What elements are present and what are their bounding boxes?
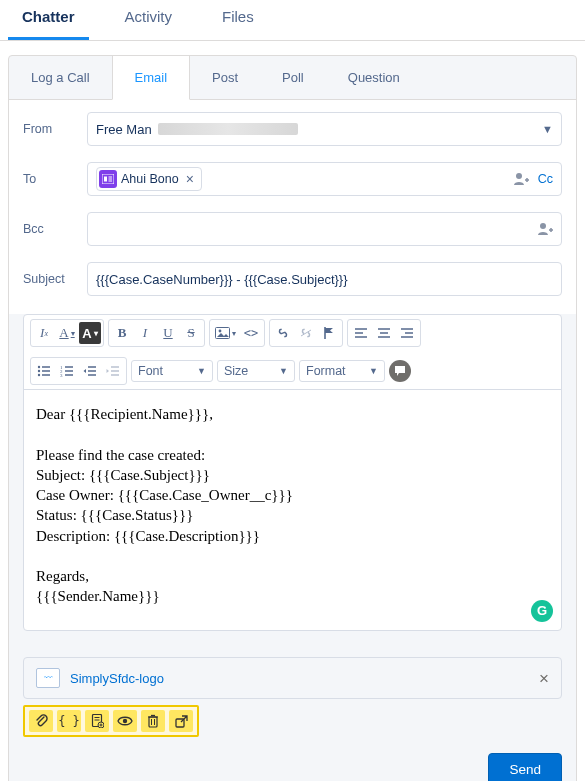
to-row: To Ahui Bono × Cc: [23, 162, 562, 196]
svg-point-48: [123, 719, 127, 723]
body-line: {{{Sender.Name}}}: [36, 586, 549, 606]
svg-point-24: [38, 366, 40, 368]
svg-rect-0: [102, 174, 114, 184]
align-right-button[interactable]: [396, 322, 418, 344]
add-contact-icon[interactable]: [537, 222, 553, 236]
body-line: Dear {{{Recipient.Name}}},: [36, 404, 549, 424]
email-action-row: { }: [23, 705, 199, 737]
svg-rect-1: [104, 177, 107, 182]
numbered-list-button[interactable]: 123: [56, 360, 78, 382]
text-color-button[interactable]: A▾: [56, 322, 78, 344]
composer-tab-bar: Log a Call Email Post Poll Question: [9, 56, 576, 100]
recipient-name: Ahui Bono: [121, 172, 179, 186]
svg-point-25: [38, 370, 40, 372]
editor-toolbar: Ix A▾ A▾ B I U S ▾ <>: [24, 315, 561, 390]
insert-link-button[interactable]: [272, 322, 294, 344]
remove-attachment-icon[interactable]: ×: [539, 670, 549, 687]
cc-link[interactable]: Cc: [538, 172, 553, 186]
outdent-button[interactable]: [79, 360, 101, 382]
subject-field-wrapper: [87, 262, 562, 296]
tab-chatter[interactable]: Chatter: [8, 0, 89, 40]
flag-button[interactable]: [318, 322, 340, 344]
align-center-button[interactable]: [373, 322, 395, 344]
body-line: Description: {{{Case.Description}}}: [36, 526, 549, 546]
contact-icon: [99, 170, 117, 188]
subtab-post[interactable]: Post: [190, 56, 260, 99]
subtab-email[interactable]: Email: [112, 56, 191, 100]
popout-button[interactable]: [169, 710, 193, 732]
svg-point-8: [540, 223, 546, 229]
from-email-redacted: [158, 123, 298, 135]
bold-button[interactable]: B: [111, 322, 133, 344]
code-button[interactable]: <>: [240, 322, 262, 344]
rich-text-editor: Ix A▾ A▾ B I U S ▾ <>: [23, 314, 562, 631]
from-row: From Free Man ▼: [23, 112, 562, 146]
svg-point-5: [516, 173, 522, 179]
insert-image-button[interactable]: ▾: [212, 322, 239, 344]
bullet-list-button[interactable]: [33, 360, 55, 382]
insert-template-button[interactable]: [85, 710, 109, 732]
subject-label: Subject: [23, 272, 87, 286]
remove-link-button[interactable]: [295, 322, 317, 344]
subject-input[interactable]: [96, 272, 553, 287]
svg-text:3: 3: [60, 373, 63, 377]
clear-formatting-button[interactable]: Ix: [33, 322, 55, 344]
italic-button[interactable]: I: [134, 322, 156, 344]
highlight-color-button[interactable]: A▾: [79, 322, 101, 344]
body-line: Please find the case created:: [36, 445, 549, 465]
subject-row: Subject: [23, 262, 562, 296]
bcc-row: Bcc: [23, 212, 562, 246]
chevron-down-icon: ▼: [542, 123, 553, 135]
from-name: Free Man: [96, 122, 152, 137]
insert-comment-button[interactable]: [389, 360, 411, 382]
underline-button[interactable]: U: [157, 322, 179, 344]
preview-button[interactable]: [113, 710, 137, 732]
body-line: Status: {{{Case.Status}}}: [36, 505, 549, 525]
remove-recipient-icon[interactable]: ×: [183, 172, 197, 186]
font-select[interactable]: Font▼: [131, 360, 213, 382]
subtab-question[interactable]: Question: [326, 56, 422, 99]
body-line: Case Owner: {{{Case.Case_Owner__c}}}: [36, 485, 549, 505]
grammarly-icon[interactable]: G: [531, 600, 553, 622]
strikethrough-button[interactable]: S: [180, 322, 202, 344]
email-body[interactable]: Dear {{{Recipient.Name}}}, Please find t…: [24, 390, 561, 630]
svg-rect-49: [149, 717, 157, 727]
send-row: Send: [23, 753, 562, 781]
indent-button[interactable]: [102, 360, 124, 382]
format-select[interactable]: Format▼: [299, 360, 385, 382]
size-select[interactable]: Size▼: [217, 360, 295, 382]
to-label: To: [23, 172, 87, 186]
from-select[interactable]: Free Man ▼: [87, 112, 562, 146]
subtab-log-a-call[interactable]: Log a Call: [9, 56, 112, 99]
add-contact-icon[interactable]: [513, 172, 529, 186]
svg-point-12: [219, 330, 222, 333]
tab-activity[interactable]: Activity: [111, 0, 187, 40]
attachment-name[interactable]: SimplySfdc-logo: [70, 671, 164, 686]
body-line: Subject: {{{Case.Subject}}}: [36, 465, 549, 485]
attachment-item: 〰 SimplySfdc-logo ×: [23, 657, 562, 699]
svg-point-26: [38, 374, 40, 376]
to-field[interactable]: Ahui Bono × Cc: [87, 162, 562, 196]
bcc-label: Bcc: [23, 222, 87, 236]
align-left-button[interactable]: [350, 322, 372, 344]
email-form: From Free Man ▼ To Ahui Bono ×: [9, 100, 576, 314]
bcc-field[interactable]: [87, 212, 562, 246]
top-tab-bar: Chatter Activity Files: [0, 0, 585, 41]
tab-files[interactable]: Files: [208, 0, 268, 40]
delete-draft-button[interactable]: [141, 710, 165, 732]
recipient-pill[interactable]: Ahui Bono ×: [96, 167, 202, 191]
attach-file-button[interactable]: [29, 710, 53, 732]
subtab-poll[interactable]: Poll: [260, 56, 326, 99]
body-line: Regards,: [36, 566, 549, 586]
composer-panel: Log a Call Email Post Poll Question From…: [8, 55, 577, 781]
image-thumbnail-icon: 〰: [36, 668, 60, 688]
from-label: From: [23, 122, 87, 136]
send-button[interactable]: Send: [488, 753, 562, 781]
merge-field-button[interactable]: { }: [57, 710, 81, 732]
